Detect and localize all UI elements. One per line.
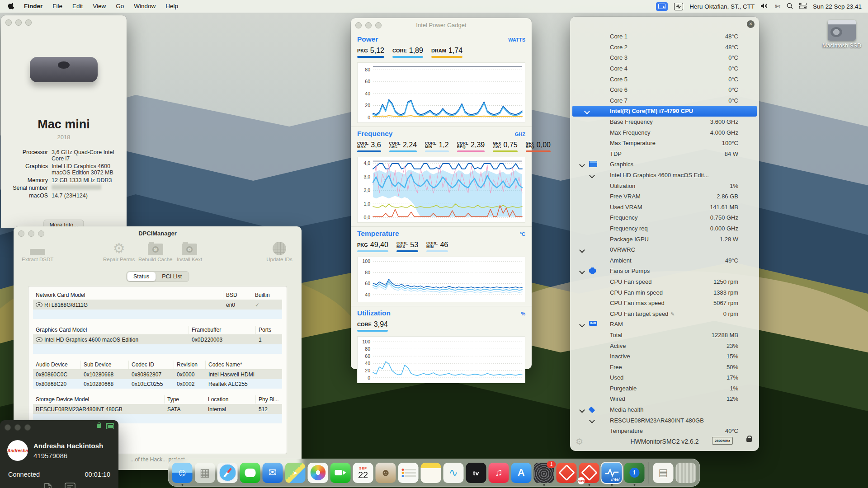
table-row[interactable]: RTL8168G/8111Gen0✓ (33, 300, 282, 310)
hwmonitor-row[interactable]: Core 50°C (570, 74, 759, 84)
menu-item-window[interactable]: Window (129, 3, 160, 9)
dock-item-finder[interactable]: ☺ (172, 463, 193, 483)
hwmonitor-row[interactable]: TDP84 W (570, 149, 759, 160)
chevron-down-icon[interactable] (579, 162, 585, 168)
chevron-down-icon[interactable] (584, 108, 590, 114)
edit-icon[interactable]: ✎ (670, 311, 675, 317)
power-gadget-menu-icon[interactable] (674, 3, 683, 10)
lock-icon[interactable] (746, 438, 752, 442)
dock-item-intel-power-gadget[interactable]: intel (602, 463, 622, 483)
window-controls[interactable] (5, 19, 32, 26)
hwmonitor-row[interactable]: Core 40°C (570, 63, 759, 74)
hwmonitor-row[interactable]: Intel HD Graphics 4600 macOS Edit... (570, 170, 759, 181)
dock-item-launchpad[interactable]: ▦ (195, 463, 215, 483)
hwmonitor-row[interactable]: Wired12% (570, 394, 759, 404)
file-transfer-icon[interactable] (43, 483, 53, 488)
toolbar-button-update-ids[interactable]: Update IDs (264, 239, 295, 262)
dock-item-maps[interactable]: ➤ (285, 463, 306, 483)
toolbar-button-extract-dsdt[interactable]: Extract DSDT (22, 239, 53, 262)
menu-item-file[interactable]: File (47, 3, 67, 9)
hwmonitor-row[interactable]: Free50% (570, 361, 759, 372)
hwmonitor-row[interactable]: Max Frequency4.000 GHz (570, 127, 759, 138)
hwmonitor-row[interactable]: Ambient49°C (570, 255, 759, 266)
dock-item-reminders[interactable] (398, 463, 419, 483)
hwmonitor-row[interactable]: Used VRAM141.61 MB (570, 202, 759, 213)
hwmonitor-row[interactable]: Utilization1% (570, 180, 759, 191)
tab-pci-list[interactable]: PCI List (156, 272, 188, 281)
dock-item-facetime[interactable] (330, 463, 351, 483)
dock-item-system-settings[interactable]: 1 (534, 463, 554, 483)
dock-item-safari[interactable] (217, 463, 238, 483)
dock-item-messages[interactable] (240, 463, 260, 483)
menu-clock[interactable]: Sun 22 Sep 23.41 (813, 3, 862, 10)
hwmonitor-row[interactable]: RESCUE08RM23AR480INT 480GB (570, 415, 759, 426)
hwmonitor-row[interactable]: Used17% (570, 372, 759, 383)
zoom-button[interactable] (24, 424, 31, 431)
table-row[interactable]: 0x80868C200x102806680x10EC02550x0002Real… (33, 379, 282, 389)
table-row[interactable]: 0x80860C0C0x102806680x808628070x0000Inte… (33, 370, 282, 379)
table-row[interactable]: Intel HD Graphics 4600 macOS Edition0x0D… (33, 335, 282, 344)
spotlight-icon[interactable] (787, 3, 793, 10)
hwmonitor-row[interactable]: CPU Fan target speed✎0 rpm (570, 308, 759, 319)
table-row[interactable]: RESCUE08RM23AR480INT 480GBSATAInternal51… (33, 404, 282, 414)
dock-item-remote-app[interactable] (557, 463, 577, 483)
hwmonitor-row[interactable]: Temperature40°C (570, 426, 759, 436)
dock-item-calendar[interactable]: SEP22 (353, 463, 373, 483)
tab-status[interactable]: Status (127, 272, 156, 281)
toolbar-button-rebuild-cache[interactable]: ⚙Rebuild Cache (138, 239, 172, 262)
scissors-menu-icon[interactable]: ✄ (775, 3, 780, 10)
dock-item-contacts[interactable]: ☻ (376, 463, 396, 483)
close-button[interactable] (5, 19, 12, 26)
hwmonitor-row[interactable]: Intel(R) Core(TM) i7-4790 CPU (572, 106, 757, 117)
table-row[interactable] (33, 344, 282, 354)
hwmonitor-row[interactable]: Core 30°C (570, 52, 759, 63)
menu-item-finder[interactable]: Finder (19, 3, 47, 9)
toolbar-button-install-kext[interactable]: ❁Install Kext (174, 239, 205, 262)
chevron-down-icon[interactable] (589, 173, 595, 178)
hwmonitor-row[interactable]: CPU Fan speed1250 rpm (570, 277, 759, 287)
chat-icon[interactable] (65, 483, 75, 488)
dock-item-freeform[interactable]: ∿ (443, 463, 464, 483)
dock-item-tv[interactable]: tv (466, 463, 486, 483)
dock-item-mail[interactable]: ✉ (263, 463, 283, 483)
control-center-icon[interactable] (799, 3, 807, 10)
close-icon[interactable]: × (747, 20, 755, 28)
chevron-down-icon[interactable] (579, 247, 585, 253)
hwmonitor-row[interactable]: Fans or Pumps (570, 266, 759, 277)
hwmonitor-row[interactable]: Base Frequency3.600 GHz (570, 117, 759, 127)
hwmonitor-row[interactable]: Inactive15% (570, 351, 759, 362)
hwmonitor-row[interactable]: Core 248°C (570, 42, 759, 53)
hwmonitor-row[interactable]: Core 70°C (570, 95, 759, 106)
menu-item-view[interactable]: View (88, 3, 111, 9)
hwmonitor-row[interactable]: 0VRWRC (570, 244, 759, 255)
menu-user-name[interactable]: Heru Oktafian, ST., CTT (689, 3, 755, 10)
hwmonitor-row[interactable]: Graphics (570, 159, 759, 170)
hwmonitor-row[interactable]: RAMRAM (570, 319, 759, 330)
dock-item-trash[interactable] (676, 463, 696, 483)
dock-item-remote-app-session[interactable]: Andresha (579, 463, 599, 483)
dock-item-notes[interactable] (421, 463, 441, 483)
hwmonitor-row[interactable]: CPU Fan max speed5067 rpm (570, 298, 759, 309)
dock-item-document[interactable]: ▤ (653, 463, 674, 483)
volume-icon[interactable] (761, 3, 769, 10)
dock-item-photos[interactable] (308, 463, 328, 483)
menu-item-help[interactable]: Help (160, 3, 183, 9)
hwmonitor-row[interactable]: Frequency0.750 GHz (570, 212, 759, 223)
hwmonitor-row[interactable]: Active23% (570, 340, 759, 351)
hwmonitor-row[interactable]: Frequency req0.000 GHz (570, 223, 759, 234)
minimize-button[interactable] (15, 19, 22, 26)
hwmonitor-row[interactable]: Media health (570, 404, 759, 415)
close-button[interactable] (5, 424, 11, 431)
hwmonitor-row[interactable]: Total12288 MB (570, 330, 759, 341)
hwmonitor-row[interactable]: Max Temperature100°C (570, 138, 759, 149)
chevron-down-icon[interactable] (579, 407, 585, 413)
menu-item-edit[interactable]: Edit (67, 3, 88, 9)
window-controls[interactable] (5, 424, 31, 431)
zoom-button[interactable] (25, 19, 32, 26)
dock-item-dpcimanager[interactable]: i (624, 463, 645, 483)
apple-menu[interactable] (8, 3, 14, 10)
toolbar-button-repair-perms[interactable]: ⚙Repair Perms (103, 239, 135, 262)
minimize-button[interactable] (14, 424, 21, 431)
chevron-down-icon[interactable] (579, 322, 585, 328)
desktop-volume-macintosh-ssd[interactable]: Macintosh SSD (819, 20, 864, 49)
